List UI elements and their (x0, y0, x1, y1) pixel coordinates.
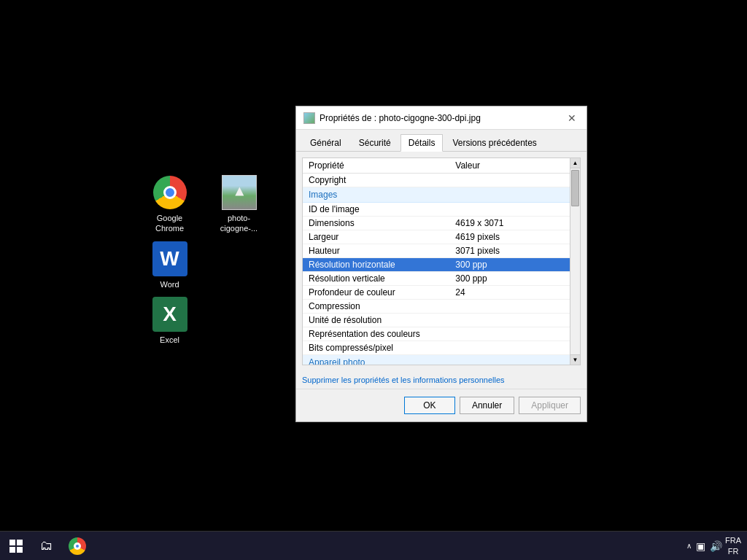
col-header-property: Propriété (303, 158, 449, 174)
value-cell: 300 ppp (449, 258, 570, 272)
tray-chevron-icon[interactable]: ∧ (686, 542, 692, 550)
properties-dialog: Propriétés de : photo-cigogne-300-dpi.jp… (295, 106, 587, 422)
word-icon-label: Word (160, 279, 179, 289)
value-cell (449, 174, 570, 187)
system-tray: ∧ ▣ 🔊 (686, 540, 722, 552)
dialog-title-text: Propriétés de : photo-cigogne-300-dpi.jp… (320, 113, 481, 123)
table-row: Hauteur 3071 pixels (303, 244, 570, 258)
property-cell: Hauteur (303, 244, 449, 258)
value-cell (449, 300, 570, 314)
section-label: Appareil photo (303, 355, 570, 365)
scrollbar-up-button[interactable]: ▲ (570, 158, 580, 168)
language-indicator[interactable]: FRA FR (725, 535, 741, 556)
property-cell: Représentation des couleurs (303, 327, 449, 341)
excel-icon-label: Excel (160, 335, 179, 345)
value-cell (449, 203, 570, 217)
table-row: Copyright (303, 174, 570, 187)
property-cell: Largeur (303, 230, 449, 244)
ok-button[interactable]: OK (404, 397, 455, 414)
taskbar-chrome-button[interactable] (63, 532, 92, 561)
table-row: Profondeur de couleur 24 (303, 286, 570, 300)
photo-icon-label: photo-cigogne-... (212, 213, 266, 234)
tray-volume-icon[interactable]: 🔊 (710, 540, 722, 552)
table-row: Unité de résolution (303, 314, 570, 327)
tab-details[interactable]: Détails (400, 134, 444, 152)
explorer-icon: 🗂 (40, 538, 53, 553)
dialog-content: Propriété Valeur Copyright Images (302, 158, 581, 365)
dialog-link-area: Supprimer les propriétés et les informat… (296, 371, 587, 389)
value-cell: 24 (449, 286, 570, 300)
col-header-value: Valeur (449, 158, 570, 174)
table-row: Bits compressés/pixel (303, 341, 570, 355)
table-row: Compression (303, 300, 570, 314)
desktop-icon-chrome[interactable]: Google Chrome (142, 175, 197, 234)
property-cell: Dimensions (303, 217, 449, 230)
dialog-tabs: Général Sécurité Détails Versions précéd… (296, 130, 587, 152)
dialog-scrollbar[interactable]: ▲ ▼ (570, 158, 580, 365)
value-cell: 300 ppp (449, 272, 570, 286)
desktop-icon-photo[interactable]: photo-cigogne-... (212, 175, 266, 234)
section-images: Images (303, 187, 570, 203)
tab-security[interactable]: Sécurité (351, 134, 399, 151)
desktop-icons: Google Chrome photo-cigogne-... W Word (142, 175, 266, 345)
apply-button[interactable]: Appliquer (519, 397, 581, 414)
remove-properties-link[interactable]: Supprimer les propriétés et les informat… (302, 376, 505, 384)
scrollbar-track[interactable] (570, 168, 580, 365)
table-row: ID de l'image (303, 203, 570, 217)
chrome-icon-label: Google Chrome (142, 213, 197, 234)
table-row: Résolution verticale 300 ppp (303, 272, 570, 286)
table-row-highlighted[interactable]: Résolution horizontale 300 ppp (303, 258, 570, 272)
dialog-titlebar: Propriétés de : photo-cigogne-300-dpi.jp… (296, 106, 587, 130)
table-row: Représentation des couleurs (303, 327, 570, 341)
tab-general[interactable]: Général (302, 134, 349, 151)
property-cell: Résolution verticale (303, 272, 449, 286)
excel-icon: X (152, 297, 187, 332)
properties-table: Propriété Valeur Copyright Images (303, 158, 570, 365)
start-button[interactable] (1, 532, 31, 561)
desktop-icon-word[interactable]: W Word (142, 241, 197, 289)
section-label: Images (303, 187, 570, 203)
dialog-buttons: OK Annuler Appliquer (296, 389, 587, 421)
value-cell: 3071 pixels (449, 244, 570, 258)
value-cell (449, 341, 570, 355)
property-cell: Profondeur de couleur (303, 286, 449, 300)
taskbar-right: ∧ ▣ 🔊 FRA FR (686, 535, 747, 556)
tray-network-icon: ▣ (696, 540, 705, 552)
property-cell: Bits compressés/pixel (303, 341, 449, 355)
cancel-button[interactable]: Annuler (460, 397, 514, 414)
dialog-close-button[interactable]: ✕ (565, 111, 579, 125)
value-cell: 4619 x 3071 (449, 217, 570, 230)
tab-previous-versions[interactable]: Versions précédentes (444, 134, 544, 151)
property-cell: Unité de résolution (303, 314, 449, 327)
property-cell: Compression (303, 300, 449, 314)
value-cell: 4619 pixels (449, 230, 570, 244)
word-icon: W (152, 241, 187, 276)
taskbar-left: 🗂 (0, 532, 92, 561)
language-line1: FRA (725, 535, 741, 545)
desktop-icon-excel[interactable]: X Excel (142, 297, 197, 345)
section-camera: Appareil photo (303, 355, 570, 365)
value-cell (449, 314, 570, 327)
scrollbar-thumb[interactable] (571, 170, 579, 206)
table-row: Dimensions 4619 x 3071 (303, 217, 570, 230)
scrollbar-down-button[interactable]: ▼ (570, 354, 580, 365)
dialog-title-icon (303, 112, 315, 124)
windows-logo-icon (9, 540, 23, 553)
desktop: Google Chrome photo-cigogne-... W Word (0, 0, 747, 560)
value-cell (449, 327, 570, 341)
property-cell: Copyright (303, 174, 449, 187)
table-row: Largeur 4619 pixels (303, 230, 570, 244)
language-line2: FR (725, 546, 741, 556)
property-cell: ID de l'image (303, 203, 449, 217)
taskbar: 🗂 ∧ ▣ 🔊 FRA FR (0, 531, 747, 560)
property-cell: Résolution horizontale (303, 258, 449, 272)
taskbar-explorer-button[interactable]: 🗂 (32, 532, 61, 561)
